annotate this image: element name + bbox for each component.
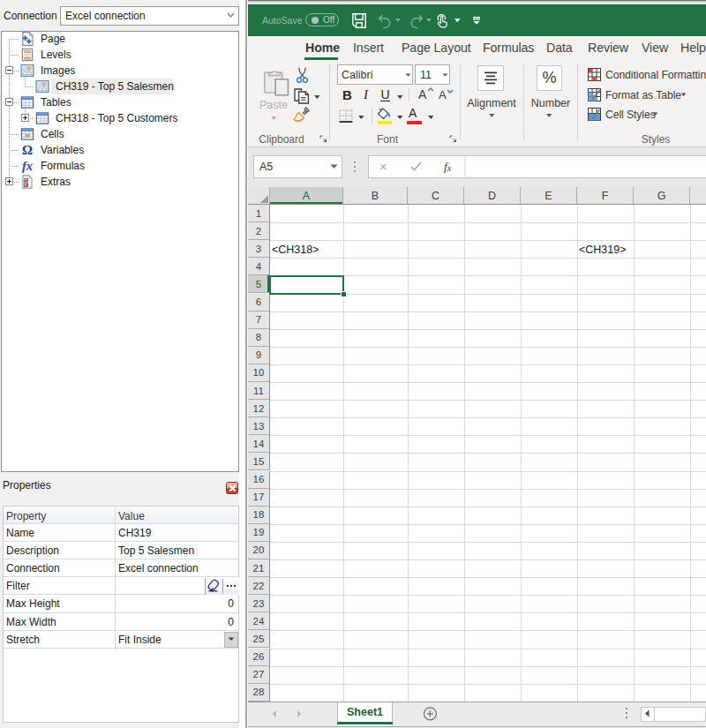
svg-text:fx: fx	[22, 159, 33, 173]
svg-text:Ω: Ω	[22, 143, 33, 157]
